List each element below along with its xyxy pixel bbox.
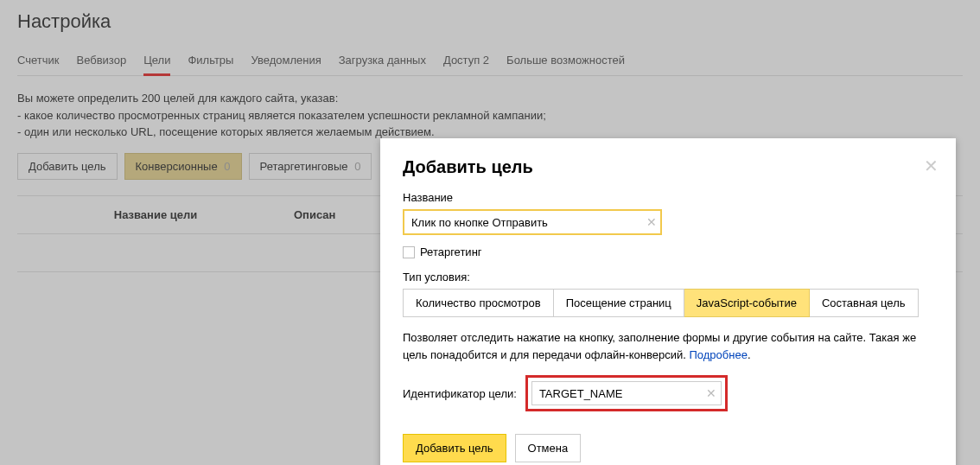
modal-cancel-button[interactable]: Отмена	[515, 434, 582, 462]
condition-type-label: Тип условия:	[403, 271, 933, 283]
hint-more-link[interactable]: Подробнее	[689, 348, 747, 361]
hint-text: Позволяет отследить нажатие на кнопку, з…	[403, 331, 916, 361]
modal-title: Добавить цель	[403, 157, 933, 177]
cond-tab-pages[interactable]: Посещение страниц	[554, 289, 684, 317]
condition-type-tabs: Количество просмотров Посещение страниц …	[403, 289, 933, 317]
retargeting-checkbox[interactable]	[403, 246, 415, 258]
goal-id-label: Идентификатор цели:	[403, 387, 517, 400]
cond-tab-composite[interactable]: Составная цель	[810, 289, 919, 317]
condition-hint: Позволяет отследить нажатие на кнопку, з…	[403, 329, 933, 363]
clear-id-icon[interactable]: ✕	[706, 386, 716, 400]
close-icon[interactable]: ✕	[924, 156, 939, 176]
goal-id-input[interactable]	[531, 381, 722, 405]
cond-tab-views[interactable]: Количество просмотров	[403, 289, 554, 317]
cond-tab-js-event[interactable]: JavaScript-событие	[684, 289, 810, 317]
goal-name-input[interactable]	[403, 209, 662, 235]
clear-name-icon[interactable]: ✕	[646, 215, 657, 229]
goal-id-highlight: ✕	[525, 375, 728, 411]
modal-submit-button[interactable]: Добавить цель	[403, 434, 506, 462]
add-goal-modal: ✕ Добавить цель Название ✕ Ретаргетинг Т…	[380, 138, 956, 465]
retargeting-checkbox-row[interactable]: Ретаргетинг	[403, 245, 933, 258]
name-field-label: Название	[403, 191, 933, 204]
retargeting-checkbox-label: Ретаргетинг	[420, 245, 482, 258]
